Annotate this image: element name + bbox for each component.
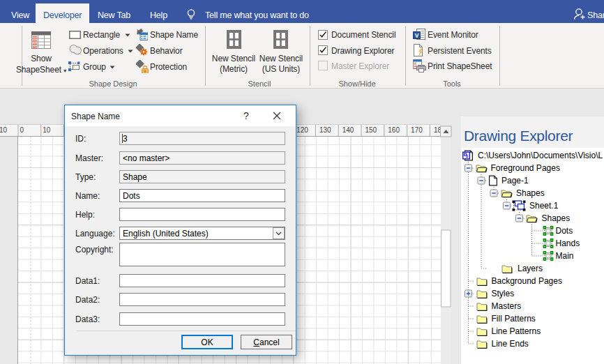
svg-text:Background Pages: Background Pages	[492, 276, 562, 286]
svg-text:Dots: Dots	[556, 226, 573, 236]
svg-text:Sheet.1: Sheet.1	[529, 201, 559, 211]
svg-text:Foreground Pages: Foreground Pages	[491, 163, 560, 173]
svg-text:140: 140	[342, 126, 354, 134]
svg-text:Page-1: Page-1	[501, 176, 529, 185]
svg-text:120: 120	[296, 126, 308, 134]
svg-text:0: 0	[20, 126, 24, 134]
svg-text:10: 10	[43, 126, 51, 134]
svg-text:Hands: Hands	[556, 238, 580, 248]
svg-text:130: 130	[319, 126, 331, 134]
svg-text:Line Ends: Line Ends	[492, 339, 529, 349]
svg-text:Shapes: Shapes	[516, 188, 545, 198]
svg-text:V: V	[415, 32, 419, 39]
svg-text:160: 160	[388, 126, 400, 134]
svg-text:Shapes: Shapes	[542, 213, 571, 223]
svg-text:C:\Users\John\Documents\Visio\: C:\Users\John\Documents\Visio\L	[478, 151, 603, 160]
svg-text:-10: -10	[0, 126, 8, 134]
svg-text:Styles: Styles	[492, 289, 515, 298]
svg-text:Layers: Layers	[518, 264, 543, 273]
svg-text:Fill Patterns: Fill Patterns	[492, 314, 536, 324]
svg-text:Main: Main	[556, 251, 574, 261]
svg-text:Masters: Masters	[492, 301, 522, 311]
svg-text:170: 170	[411, 126, 423, 134]
svg-text:Line Patterns: Line Patterns	[492, 326, 541, 336]
svg-text:150: 150	[365, 126, 377, 134]
